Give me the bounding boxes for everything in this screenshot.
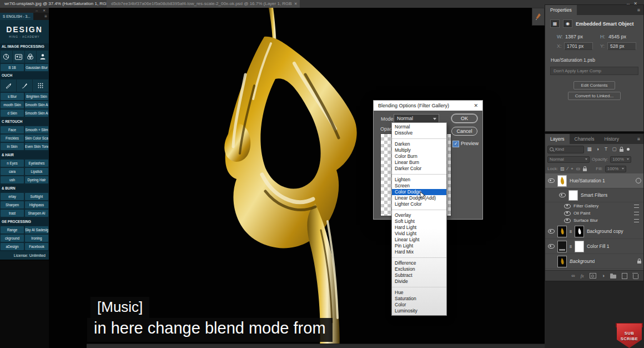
smart-filter-row[interactable]: Surface Blur [545,217,643,224]
blend-mode-option[interactable]: Divide [392,279,446,285]
document-tab-active[interactable]: wr7i0-unsplash.jpg @ 37.4% (Hue/Saturati… [0,0,107,8]
tab-properties[interactable]: Properties [545,5,577,15]
sidebar-action-button[interactable]: Range [1,226,24,233]
lock-artboard-icon[interactable]: ▭ [576,166,581,171]
blend-mode-option[interactable]: Lighter Color [392,201,446,207]
layer-thumbnail[interactable] [557,256,567,267]
preview-checkbox[interactable]: ✓ [452,141,459,147]
dialog-title-bar[interactable]: Blending Options (Filter Gallery) ✕ [374,101,482,111]
color-wheel-icon[interactable] [25,51,37,63]
subscribe-badge[interactable]: SUB SCRIBE [617,324,642,348]
visibility-eye-icon[interactable] [548,178,555,183]
aperture-icon[interactable] [1,51,12,63]
sidebar-action-button[interactable]: Softlight [25,193,48,200]
blend-mode-option[interactable] [392,255,446,260]
link-layers-icon[interactable]: ∞ [571,273,575,279]
blend-mode-option[interactable]: Hue [392,290,446,296]
sidebar-action-button[interactable]: Smooth Skin AI+++ [25,110,48,117]
sidebar-action-button[interactable]: Eyelashes [25,160,48,167]
sidebar-action-button[interactable]: Freckles [1,135,24,142]
sidebar-action-button[interactable]: Smooth + Slim [25,126,48,133]
ok-button[interactable]: OK [451,114,477,123]
blend-mode-option[interactable]: Linear Dodge (Add) [392,195,446,201]
layer-name[interactable]: Hue/Saturation 1 [570,178,605,183]
layer-mask-thumbnail[interactable] [575,241,584,252]
layer-name[interactable]: Color Fill 1 [587,243,610,249]
blend-mode-option[interactable] [392,207,446,212]
panel-menu-icon[interactable]: ≡ [637,134,643,144]
panel-window-controls[interactable]: ↔ ✕ [0,8,49,13]
blend-mode-option[interactable]: Darker Color [392,166,446,172]
blend-mode-select[interactable]: Normal [394,114,439,123]
sidebar-action-button[interactable]: s Blur [1,93,24,100]
id-card-icon[interactable] [13,51,24,63]
sidebar-action-button[interactable]: trast [1,210,24,217]
layer-comp-select[interactable]: Don't Apply Layer Comp [550,67,638,75]
person-icon[interactable] [37,51,48,63]
y-position-field[interactable]: 528 px [607,42,636,50]
document-tab-inactive[interactable]: d5cb7ee34bf37a06e1f5a08cb8395af4-low_res… [107,0,300,8]
pattern-grid-icon[interactable] [33,79,48,92]
sidebar-action-button[interactable]: & BURN [0,185,49,192]
smart-filter-name[interactable]: Surface Blur [573,218,598,223]
filter-adjustment-layers-icon[interactable]: ◑ [595,147,601,152]
filter-blend-options-icon[interactable] [634,212,639,215]
sidebar-action-button[interactable]: erlay [1,193,24,200]
filter-blend-options-icon[interactable] [634,205,639,208]
layer-row-hue-saturation[interactable]: Hue/Saturation 1 [545,173,643,188]
lock-transparency-icon[interactable]: ▨ [560,166,565,171]
sidebar-action-button[interactable]: Smooth Skin AI++ [25,101,48,108]
blend-mode-option[interactable]: Pin Light [392,243,446,249]
sidebar-action-button[interactable]: d Skin [1,110,24,117]
tab-layers[interactable]: Layers [545,134,570,144]
filter-toggle-icon[interactable] [627,148,630,151]
adjustment-layer-icon[interactable]: ◑ [602,273,605,279]
sidebar-action-button[interactable]: Facebook [25,243,48,250]
layer-opacity-select[interactable]: 100% [610,156,631,163]
filter-blend-options-icon[interactable] [634,219,639,222]
filter-smart-object-icon[interactable] [620,149,623,152]
blend-mode-option[interactable]: Multiply [392,147,446,153]
smart-filter-badge-icon[interactable] [636,178,641,183]
smart-object-icon[interactable]: ◉ [563,19,572,28]
blend-mode-option[interactable]: Linear Light [392,237,446,243]
blend-mode-option[interactable]: Hard Light [392,225,446,231]
blend-mode-option[interactable]: Linear Burn [392,160,446,166]
sidebar-action-button[interactable]: mooth Skin [1,101,24,108]
sidebar-action-button[interactable]: & HAIR [0,151,49,158]
sidebar-action-button[interactable]: aDesign [1,243,24,250]
visibility-eye-icon[interactable] [548,244,555,248]
tab-close-icon[interactable]: ✕ [294,2,298,6]
tab-history[interactable]: History [599,134,623,144]
layer-name[interactable]: Background copy [587,228,623,234]
sidebar-action-button[interactable]: cara [1,168,24,175]
layer-blend-mode-select[interactable]: Normal [547,156,590,163]
sidebar-action-button[interactable]: Highpass [25,201,48,208]
sidebar-action-button[interactable]: Face [1,126,24,133]
blend-mode-option[interactable]: Exclusion [392,266,446,272]
blend-mode-option[interactable]: Difference [392,260,446,266]
layer-row-color-fill[interactable]: 8 Color Fill 1 [545,239,643,254]
plugin-panel-tab[interactable]: S ENGLISH - 3... [0,13,33,20]
blend-mode-option[interactable]: Color Burn [392,153,446,160]
cancel-button[interactable]: Cancel [451,127,477,136]
sidebar-action-button[interactable]: Lipstick [25,168,48,175]
blend-mode-option[interactable]: Lighten [392,177,446,183]
pixel-grid-icon[interactable]: ▦ [550,19,560,28]
sidebar-action-button[interactable]: ckground [1,235,24,242]
lock-move-icon[interactable]: + [571,166,573,171]
sidebar-action-button[interactable]: B 1B [1,64,24,71]
blend-mode-option[interactable]: Screen [392,183,446,189]
blend-mode-option[interactable] [392,172,446,177]
filter-shape-layers-icon[interactable]: ▢ [611,147,617,152]
blend-mode-option[interactable] [392,136,446,141]
blend-mode-option[interactable]: Darken [392,141,446,147]
delete-layer-icon[interactable] [633,274,638,279]
visibility-eye-icon[interactable] [559,193,566,197]
blend-mode-option[interactable]: Soft Light [392,218,446,225]
layer-row-background-copy[interactable]: 8 Background copy [545,224,643,239]
sidebar-action-button[interactable]: GE PROCESSING [0,218,49,225]
dialog-close-icon[interactable]: ✕ [474,101,478,111]
edit-contents-button[interactable]: Edit Contents [573,81,615,90]
pen-icon[interactable] [1,79,16,92]
